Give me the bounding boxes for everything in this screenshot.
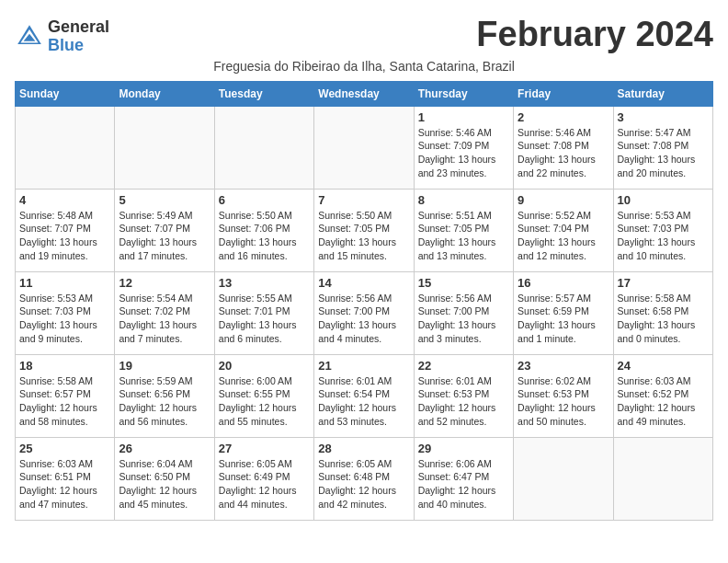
day-number: 23 — [518, 359, 609, 373]
day-cell-13: 13Sunrise: 5:55 AM Sunset: 7:01 PM Dayli… — [214, 271, 313, 354]
weekday-header-saturday: Saturday — [613, 81, 712, 106]
day-number: 1 — [418, 110, 509, 124]
day-cell-9: 9Sunrise: 5:52 AM Sunset: 7:04 PM Daylig… — [514, 189, 613, 271]
day-info: Sunrise: 5:56 AM Sunset: 7:00 PM Dayligh… — [318, 292, 409, 346]
week-row-4: 18Sunrise: 5:58 AM Sunset: 6:57 PM Dayli… — [16, 354, 713, 437]
empty-cell — [214, 106, 313, 189]
week-row-5: 25Sunrise: 6:03 AM Sunset: 6:51 PM Dayli… — [16, 437, 713, 520]
day-cell-10: 10Sunrise: 5:53 AM Sunset: 7:03 PM Dayli… — [613, 189, 712, 271]
day-info: Sunrise: 5:51 AM Sunset: 7:05 PM Dayligh… — [418, 209, 509, 263]
day-cell-12: 12Sunrise: 5:54 AM Sunset: 7:02 PM Dayli… — [115, 271, 214, 354]
day-cell-2: 2Sunrise: 5:46 AM Sunset: 7:08 PM Daylig… — [514, 106, 613, 189]
day-info: Sunrise: 5:59 AM Sunset: 6:56 PM Dayligh… — [119, 374, 210, 429]
day-cell-16: 16Sunrise: 5:57 AM Sunset: 6:59 PM Dayli… — [514, 271, 613, 354]
day-info: Sunrise: 5:53 AM Sunset: 7:03 PM Dayligh… — [19, 292, 110, 346]
day-info: Sunrise: 5:48 AM Sunset: 7:07 PM Dayligh… — [19, 209, 110, 263]
day-cell-7: 7Sunrise: 5:50 AM Sunset: 7:05 PM Daylig… — [314, 189, 414, 271]
weekday-header-sunday: Sunday — [16, 81, 115, 106]
day-info: Sunrise: 5:50 AM Sunset: 7:05 PM Dayligh… — [318, 209, 409, 263]
day-number: 26 — [119, 442, 210, 455]
weekday-header-thursday: Thursday — [414, 81, 513, 106]
logo-icon — [15, 22, 44, 52]
day-info: Sunrise: 5:56 AM Sunset: 7:00 PM Dayligh… — [418, 292, 509, 346]
weekday-header-wednesday: Wednesday — [314, 81, 414, 106]
week-row-2: 4Sunrise: 5:48 AM Sunset: 7:07 PM Daylig… — [16, 189, 713, 271]
week-row-1: 1Sunrise: 5:46 AM Sunset: 7:09 PM Daylig… — [16, 106, 713, 189]
day-cell-25: 25Sunrise: 6:03 AM Sunset: 6:51 PM Dayli… — [16, 437, 115, 520]
day-number: 6 — [219, 193, 310, 207]
day-number: 3 — [618, 110, 709, 124]
logo-general-text: General — [48, 18, 109, 37]
day-info: Sunrise: 5:55 AM Sunset: 7:01 PM Dayligh… — [219, 292, 310, 346]
day-cell-6: 6Sunrise: 5:50 AM Sunset: 7:06 PM Daylig… — [214, 189, 313, 271]
day-cell-4: 4Sunrise: 5:48 AM Sunset: 7:07 PM Daylig… — [16, 189, 115, 271]
day-number: 14 — [318, 276, 409, 290]
day-info: Sunrise: 6:03 AM Sunset: 6:52 PM Dayligh… — [618, 374, 709, 429]
day-cell-24: 24Sunrise: 6:03 AM Sunset: 6:52 PM Dayli… — [613, 354, 712, 437]
day-number: 17 — [618, 276, 709, 290]
day-cell-27: 27Sunrise: 6:05 AM Sunset: 6:49 PM Dayli… — [214, 437, 313, 520]
day-cell-17: 17Sunrise: 5:58 AM Sunset: 6:58 PM Dayli… — [613, 271, 712, 354]
day-number: 10 — [618, 193, 709, 207]
subtitle: Freguesia do Ribeirao da Ilha, Santa Cat… — [15, 59, 713, 74]
day-cell-20: 20Sunrise: 6:00 AM Sunset: 6:55 PM Dayli… — [214, 354, 313, 437]
day-info: Sunrise: 5:46 AM Sunset: 7:08 PM Dayligh… — [518, 126, 609, 180]
day-info: Sunrise: 6:02 AM Sunset: 6:53 PM Dayligh… — [518, 374, 609, 429]
day-cell-15: 15Sunrise: 5:56 AM Sunset: 7:00 PM Dayli… — [414, 271, 513, 354]
day-info: Sunrise: 6:05 AM Sunset: 6:48 PM Dayligh… — [318, 457, 409, 511]
day-info: Sunrise: 6:01 AM Sunset: 6:54 PM Dayligh… — [318, 374, 409, 429]
month-title: February 2024 — [476, 15, 713, 54]
weekday-header-row: SundayMondayTuesdayWednesdayThursdayFrid… — [16, 81, 713, 106]
day-info: Sunrise: 5:54 AM Sunset: 7:02 PM Dayligh… — [119, 292, 210, 346]
day-cell-28: 28Sunrise: 6:05 AM Sunset: 6:48 PM Dayli… — [314, 437, 414, 520]
day-number: 7 — [318, 193, 409, 207]
weekday-header-tuesday: Tuesday — [214, 81, 313, 106]
day-cell-8: 8Sunrise: 5:51 AM Sunset: 7:05 PM Daylig… — [414, 189, 513, 271]
day-info: Sunrise: 6:05 AM Sunset: 6:49 PM Dayligh… — [219, 457, 310, 511]
day-number: 20 — [219, 359, 310, 373]
day-info: Sunrise: 5:57 AM Sunset: 6:59 PM Dayligh… — [518, 292, 609, 346]
day-number: 25 — [19, 442, 110, 455]
day-cell-11: 11Sunrise: 5:53 AM Sunset: 7:03 PM Dayli… — [16, 271, 115, 354]
day-cell-3: 3Sunrise: 5:47 AM Sunset: 7:08 PM Daylig… — [613, 106, 712, 189]
day-number: 21 — [318, 359, 409, 373]
day-cell-22: 22Sunrise: 6:01 AM Sunset: 6:53 PM Dayli… — [414, 354, 513, 437]
logo: General Blue — [15, 18, 109, 55]
empty-cell — [613, 437, 712, 520]
day-number: 16 — [518, 276, 609, 290]
empty-cell — [16, 106, 115, 189]
day-number: 28 — [318, 442, 409, 455]
day-cell-19: 19Sunrise: 5:59 AM Sunset: 6:56 PM Dayli… — [115, 354, 214, 437]
day-number: 4 — [19, 193, 110, 207]
day-number: 11 — [19, 276, 110, 290]
day-info: Sunrise: 6:06 AM Sunset: 6:47 PM Dayligh… — [418, 457, 509, 511]
day-cell-5: 5Sunrise: 5:49 AM Sunset: 7:07 PM Daylig… — [115, 189, 214, 271]
day-info: Sunrise: 6:03 AM Sunset: 6:51 PM Dayligh… — [19, 457, 110, 511]
day-number: 22 — [418, 359, 509, 373]
day-number: 27 — [219, 442, 310, 455]
week-row-3: 11Sunrise: 5:53 AM Sunset: 7:03 PM Dayli… — [16, 271, 713, 354]
weekday-header-friday: Friday — [514, 81, 613, 106]
day-number: 2 — [518, 110, 609, 124]
day-number: 19 — [119, 359, 210, 373]
day-cell-29: 29Sunrise: 6:06 AM Sunset: 6:47 PM Dayli… — [414, 437, 513, 520]
day-number: 9 — [518, 193, 609, 207]
day-cell-26: 26Sunrise: 6:04 AM Sunset: 6:50 PM Dayli… — [115, 437, 214, 520]
day-info: Sunrise: 6:01 AM Sunset: 6:53 PM Dayligh… — [418, 374, 509, 429]
logo-text: General Blue — [48, 18, 109, 55]
day-cell-21: 21Sunrise: 6:01 AM Sunset: 6:54 PM Dayli… — [314, 354, 414, 437]
day-info: Sunrise: 5:47 AM Sunset: 7:08 PM Dayligh… — [618, 126, 709, 180]
header: General Blue February 2024 — [15, 15, 713, 55]
day-number: 15 — [418, 276, 509, 290]
day-info: Sunrise: 5:49 AM Sunset: 7:07 PM Dayligh… — [119, 209, 210, 263]
day-info: Sunrise: 5:53 AM Sunset: 7:03 PM Dayligh… — [618, 209, 709, 263]
day-info: Sunrise: 5:52 AM Sunset: 7:04 PM Dayligh… — [518, 209, 609, 263]
day-number: 12 — [119, 276, 210, 290]
day-cell-23: 23Sunrise: 6:02 AM Sunset: 6:53 PM Dayli… — [514, 354, 613, 437]
day-info: Sunrise: 6:04 AM Sunset: 6:50 PM Dayligh… — [119, 457, 210, 511]
day-info: Sunrise: 5:46 AM Sunset: 7:09 PM Dayligh… — [418, 126, 509, 180]
day-cell-1: 1Sunrise: 5:46 AM Sunset: 7:09 PM Daylig… — [414, 106, 513, 189]
day-number: 18 — [19, 359, 110, 373]
empty-cell — [314, 106, 414, 189]
day-info: Sunrise: 6:00 AM Sunset: 6:55 PM Dayligh… — [219, 374, 310, 429]
